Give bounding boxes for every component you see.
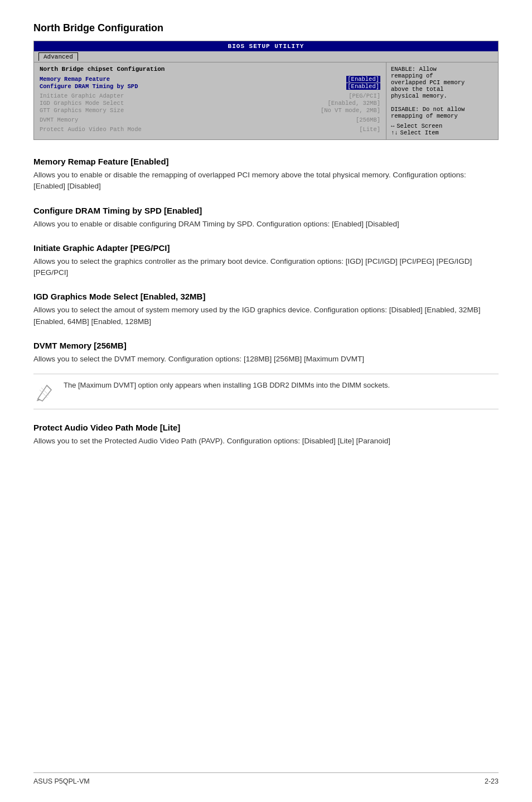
section-text-igd-graphics: Allows you to select the amout of system…: [33, 305, 499, 327]
bios-label-dram-timing: Configure DRAM Timing by SPD: [40, 83, 138, 90]
bios-value-dvmt: [256MB]: [356, 117, 380, 123]
footer-product: ASUS P5QPL-VM: [33, 777, 90, 785]
bios-row-gtt-graphics: GTT Graphics Memory Size [No VT mode, 2M…: [40, 107, 380, 114]
bios-nav-key-ud: ↑↓: [391, 129, 398, 136]
note-icon: [33, 381, 56, 403]
bios-label-pavp: Protect Audio Video Path Mode: [40, 126, 142, 133]
section-pavp: Protect Audio Video Path Mode [Lite] All…: [33, 423, 499, 447]
bios-nav-desc-screen: Select Screen: [396, 123, 442, 129]
section-title-dram-timing: Configure DRAM Timing by SPD [Enabled]: [33, 206, 499, 215]
section-dram-timing: Configure DRAM Timing by SPD [Enabled] A…: [33, 206, 499, 230]
bios-screenshot: BIOS SETUP UTILITY Advanced North Bridge…: [33, 41, 499, 140]
bios-nav-desc-item: Select Item: [400, 129, 439, 136]
bios-row-initiate-graphic: Initiate Graphic Adapter [PEG/PCI]: [40, 93, 380, 99]
bios-sidebar-text: ENABLE: Allow remapping of overlapped PC…: [391, 66, 494, 119]
bios-header-title: BIOS SETUP UTILITY: [34, 41, 498, 51]
section-initiate-graphic: Initiate Graphic Adapter [PEG/PCI] Allow…: [33, 243, 499, 279]
bios-panel-subtitle: North Bridge chipset Configuration: [40, 66, 380, 73]
bios-tab-row: Advanced: [34, 51, 498, 62]
section-title-pavp: Protect Audio Video Path Mode [Lite]: [33, 423, 499, 432]
bios-value-igd-graphics: [Enabled, 32MB]: [327, 100, 380, 107]
bios-value-gtt-graphics: [No VT mode, 2MB]: [321, 107, 380, 114]
section-title-igd-graphics: IGD Graphics Mode Select [Enabled, 32MB]: [33, 292, 499, 301]
section-dvmt: DVMT Memory [256MB] Allows you to select…: [33, 341, 499, 409]
bios-value-memory-remap: [Enabled]: [346, 76, 380, 83]
bios-tab-advanced: Advanced: [38, 52, 78, 61]
section-title-dvmt: DVMT Memory [256MB]: [33, 341, 499, 350]
bios-nav: ↔ Select Screen ↑↓ Select Item: [391, 123, 494, 136]
bios-row-dvmt: DVMT Memory [256MB]: [40, 117, 380, 123]
bios-label-gtt-graphics: GTT Graphics Memory Size: [40, 107, 124, 114]
section-text-dvmt: Allows you to select the DVMT memory. Co…: [33, 354, 499, 365]
section-text-initiate-graphic: Allows you to select the graphics contro…: [33, 256, 499, 279]
bios-row-pavp: Protect Audio Video Path Mode [Lite]: [40, 126, 380, 133]
footer-page-number: 2-23: [485, 777, 499, 785]
bios-nav-row-screen: ↔ Select Screen: [391, 123, 494, 129]
section-text-dram-timing: Allows you to enable or disable configur…: [33, 219, 499, 230]
bios-nav-key-lr: ↔: [391, 123, 394, 129]
section-memory-remap: Memory Remap Feature [Enabled] Allows yo…: [33, 157, 499, 192]
note-text: The [Maximum DVMT] option only appears w…: [64, 380, 390, 391]
bios-value-dram-timing: [Enabled]: [346, 83, 380, 90]
bios-value-pavp: [Lite]: [359, 126, 380, 133]
page-title: North Bridge Configuration: [33, 22, 499, 34]
section-text-memory-remap: Allows you to enable or disable the rema…: [33, 170, 499, 192]
bios-row-memory-remap: Memory Remap Feature [Enabled]: [40, 76, 380, 83]
bios-label-memory-remap: Memory Remap Feature: [40, 76, 110, 83]
bios-label-initiate-graphic: Initiate Graphic Adapter: [40, 93, 124, 99]
bios-sidebar: ENABLE: Allow remapping of overlapped PC…: [386, 62, 498, 139]
bios-row-dram-timing: Configure DRAM Timing by SPD [Enabled]: [40, 83, 380, 90]
section-title-memory-remap: Memory Remap Feature [Enabled]: [33, 157, 499, 166]
bios-label-dvmt: DVMT Memory: [40, 117, 78, 123]
section-text-pavp: Allows you to set the Protected Audio Vi…: [33, 436, 499, 447]
page-footer: ASUS P5QPL-VM 2-23: [33, 772, 499, 785]
section-igd-graphics: IGD Graphics Mode Select [Enabled, 32MB]…: [33, 292, 499, 327]
note-box: The [Maximum DVMT] option only appears w…: [33, 374, 499, 409]
bios-body: North Bridge chipset Configuration Memor…: [34, 62, 498, 139]
bios-label-igd-graphics: IGD Graphics Mode Select: [40, 100, 124, 107]
bios-main-panel: North Bridge chipset Configuration Memor…: [34, 62, 386, 139]
bios-value-initiate-graphic: [PEG/PCI]: [349, 93, 380, 99]
section-title-initiate-graphic: Initiate Graphic Adapter [PEG/PCI]: [33, 243, 499, 253]
bios-row-igd-graphics: IGD Graphics Mode Select [Enabled, 32MB]: [40, 100, 380, 107]
bios-nav-row-item: ↑↓ Select Item: [391, 129, 494, 136]
